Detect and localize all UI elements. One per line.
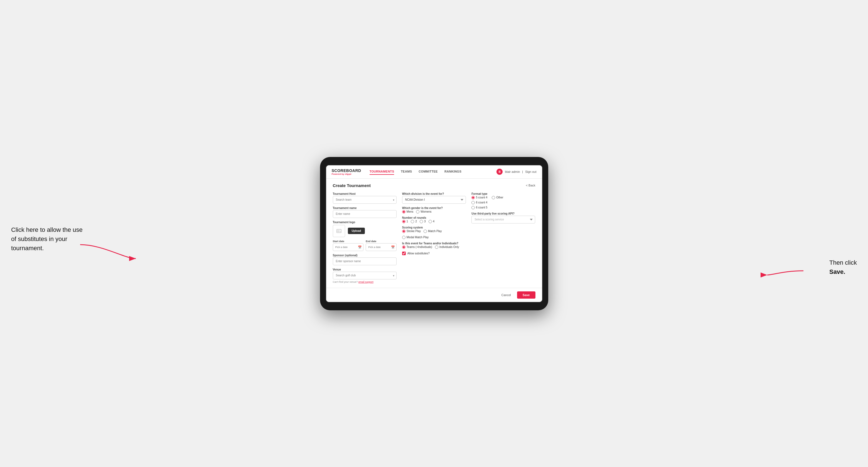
- gender-mens-radio[interactable]: [402, 210, 405, 214]
- logo-area: SCOREBOARD Powered by clippd: [332, 168, 361, 175]
- format-row-3: 6 count 5: [471, 206, 535, 209]
- format-options: 5 count 4 Other: [471, 196, 535, 209]
- format-5count4-radio[interactable]: [471, 196, 475, 199]
- logo-scoreboard: SCOREBOARD: [332, 168, 361, 173]
- rounds-4-label: 4: [433, 220, 435, 223]
- scoring-medal-radio[interactable]: [402, 236, 405, 239]
- event-type-teams-radio[interactable]: [402, 246, 405, 249]
- search-icon: ▾: [393, 198, 394, 201]
- rounds-1[interactable]: 1: [402, 220, 408, 223]
- sign-out-link[interactable]: Sign out: [525, 170, 536, 174]
- tablet-screen: SCOREBOARD Powered by clippd TOURNAMENTS…: [326, 165, 543, 303]
- format-row-1: 5 count 4 Other: [471, 196, 535, 199]
- sponsor-input[interactable]: [333, 257, 397, 265]
- format-other[interactable]: Other: [492, 196, 503, 199]
- tournament-host-field: Tournament Host ▾: [333, 192, 397, 204]
- sponsor-field: Sponsor (optional): [333, 254, 397, 265]
- substitutes-field: Allow substitutes?: [402, 252, 466, 255]
- venue-input-wrapper: ▾: [333, 272, 397, 279]
- scoring-match-radio[interactable]: [424, 229, 427, 233]
- tournament-name-input[interactable]: [333, 210, 397, 218]
- gender-womens-radio[interactable]: [416, 210, 420, 214]
- venue-input[interactable]: [333, 272, 397, 279]
- format-6count4[interactable]: 6 count 4: [471, 201, 487, 204]
- tournament-host-label: Tournament Host: [333, 192, 397, 195]
- nav-links: TOURNAMENTS TEAMS COMMITTEE RANKINGS: [370, 169, 497, 175]
- substitutes-label: Allow substitutes?: [407, 252, 430, 255]
- event-type-label: Is this event for Teams and/or Individua…: [402, 242, 466, 245]
- rounds-field: Number of rounds 1 2: [402, 216, 466, 223]
- format-6count5-label: 6 count 5: [476, 206, 487, 209]
- scoring-api-field: Use third-party live scoring API? Select…: [471, 212, 535, 223]
- format-6count5-radio[interactable]: [471, 206, 475, 209]
- logo-powered: Powered by clippd: [332, 173, 361, 175]
- end-date-label: End date: [366, 240, 397, 243]
- gender-mens[interactable]: Mens: [402, 210, 413, 214]
- rounds-3[interactable]: 3: [420, 220, 426, 223]
- event-type-individuals-radio[interactable]: [435, 246, 438, 249]
- division-field: Which division is the event for? NCAA Di…: [402, 192, 466, 204]
- format-other-label: Other: [496, 196, 503, 199]
- tournament-name-field: Tournament name: [333, 207, 397, 218]
- email-support-link[interactable]: email support: [359, 281, 373, 283]
- scoring-api-label: Use third-party live scoring API?: [471, 212, 535, 215]
- gender-radio-group: Mens Womens: [402, 210, 466, 214]
- substitutes-checkbox[interactable]: [402, 252, 406, 255]
- logo-placeholder: [333, 225, 345, 237]
- scoring-stroke[interactable]: Stroke Play: [402, 229, 421, 233]
- nav-avatar: B: [496, 169, 503, 175]
- image-icon: [337, 228, 341, 234]
- scoring-match[interactable]: Match Play: [424, 229, 442, 233]
- annotation-right-line2: Save.: [829, 268, 845, 275]
- upload-button[interactable]: Upload: [348, 228, 365, 234]
- format-6count4-label: 6 count 4: [476, 201, 487, 204]
- rounds-4[interactable]: 4: [429, 220, 435, 223]
- venue-field: Venue ▾ Can't find your venue? email sup…: [333, 268, 397, 283]
- annotation-right: Then click Save.: [829, 258, 857, 276]
- nav-committee[interactable]: COMMITTEE: [418, 169, 438, 175]
- start-date-label: Start date: [333, 240, 364, 243]
- gender-womens[interactable]: Womens: [416, 210, 431, 214]
- cancel-button[interactable]: Cancel: [498, 292, 514, 298]
- format-5count4[interactable]: 5 count 4: [471, 196, 487, 199]
- event-type-individuals-label: Individuals Only: [439, 246, 459, 249]
- annotation-left: Click here to allow the use of substitut…: [11, 225, 84, 253]
- event-type-teams[interactable]: Teams (+Individuals): [402, 246, 432, 249]
- format-6count5[interactable]: 6 count 5: [471, 206, 487, 209]
- page-title: Create Tournament: [333, 183, 371, 188]
- rounds-3-label: 3: [424, 220, 426, 223]
- save-button[interactable]: Save: [517, 291, 535, 299]
- event-type-field: Is this event for Teams and/or Individua…: [402, 242, 466, 249]
- rounds-4-radio[interactable]: [429, 220, 432, 223]
- nav-tournaments[interactable]: TOURNAMENTS: [370, 169, 394, 175]
- tablet-device: SCOREBOARD Powered by clippd TOURNAMENTS…: [320, 157, 548, 310]
- venue-support: Can't find your venue? email support: [333, 281, 397, 283]
- scoring-medal[interactable]: Medal Match Play: [402, 236, 429, 239]
- logo-brand: clippd: [345, 173, 351, 175]
- rounds-label: Number of rounds: [402, 216, 466, 219]
- rounds-2-radio[interactable]: [411, 220, 414, 223]
- nav-rankings[interactable]: RANKINGS: [444, 169, 461, 175]
- division-select[interactable]: NCAA Division I NCAA Division II NCAA Di…: [402, 196, 466, 204]
- calendar-icon-end: 📅: [391, 245, 395, 249]
- page-footer: Cancel Save: [326, 288, 542, 302]
- outer-wrapper: Click here to allow the use of substitut…: [11, 157, 857, 310]
- scoring-service-select[interactable]: Select a scoring service: [471, 216, 535, 223]
- rounds-1-radio[interactable]: [402, 220, 405, 223]
- venue-label: Venue: [333, 268, 397, 271]
- tournament-host-input[interactable]: [333, 196, 397, 204]
- rounds-2[interactable]: 2: [411, 220, 417, 223]
- format-5count4-label: 5 count 4: [476, 196, 487, 199]
- format-label: Format type: [471, 192, 535, 195]
- gender-womens-label: Womens: [421, 210, 431, 213]
- logo-upload-area: Upload: [333, 225, 397, 237]
- substitutes-checkbox-item[interactable]: Allow substitutes?: [402, 252, 466, 255]
- nav-teams[interactable]: TEAMS: [401, 169, 412, 175]
- rounds-3-radio[interactable]: [420, 220, 423, 223]
- scoring-stroke-radio[interactable]: [402, 229, 405, 233]
- format-6count4-radio[interactable]: [471, 201, 475, 204]
- event-type-individuals[interactable]: Individuals Only: [435, 246, 459, 249]
- rounds-1-label: 1: [407, 220, 408, 223]
- back-link[interactable]: < Back: [526, 184, 535, 187]
- format-other-radio[interactable]: [492, 196, 495, 199]
